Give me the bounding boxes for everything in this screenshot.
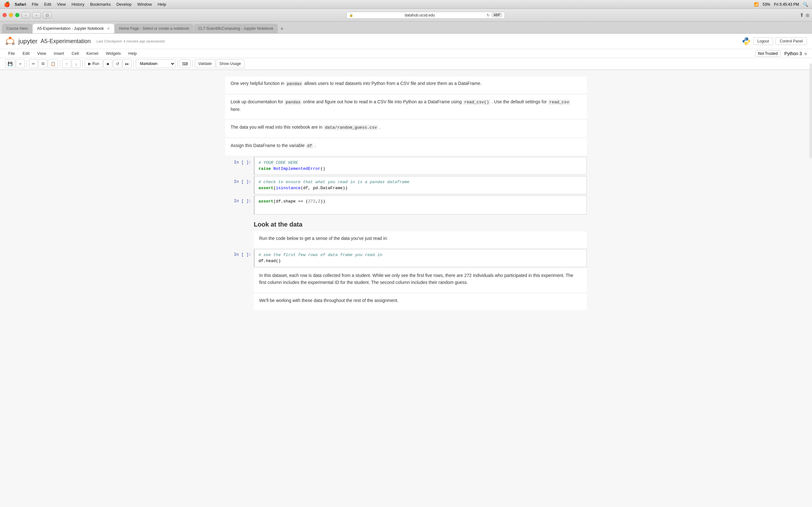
help-menu[interactable]: Help [156,1,167,7]
cell-label-3: In [ ]: [225,195,254,204]
back-button[interactable]: ‹ [21,12,30,18]
logout-button[interactable]: Logout [753,38,773,45]
jmenu-edit[interactable]: Edit [19,50,33,57]
notebook-inner: One very helpful function in pandas allo… [206,76,606,310]
safari-menu[interactable]: Safari [13,1,27,7]
notebook-title[interactable]: A5-Experimentation [41,38,91,45]
keyword: assert [258,199,273,204]
run-icon: ▶ [88,61,91,66]
macos-left-area: 🍎 Safari File Edit View History Bookmark… [4,1,167,7]
markdown-text: One very helpful function in pandas allo… [231,80,581,88]
tab-home-page[interactable]: Home Page - Select or create a notebook [114,24,194,33]
df-code: df [306,143,313,149]
markdown-cell-7-content: We'll be working with these data through… [254,293,587,310]
jmenu-insert[interactable]: Insert [50,50,67,57]
view-menu[interactable]: View [56,1,67,7]
jmenu-help[interactable]: Help [125,50,140,57]
toolbar-separator-6 [193,60,193,67]
pandas-code-2: pandas [285,100,302,105]
cell-label-4: In [ ]: [225,249,254,257]
jmenu-file[interactable]: File [5,50,18,57]
lock-icon: 🔒 [349,13,353,17]
tab-coursehero[interactable]: Course Hero [2,24,32,33]
apple-menu[interactable]: 🍎 [4,1,10,7]
markdown-cell-6: In this dataset, each row is data collec… [225,268,587,292]
paste-button[interactable]: 📋 [48,59,58,68]
markdown-text: The data you will read into this noteboo… [231,124,581,131]
toolbar-separator-3 [83,60,83,67]
validate-button[interactable]: Validate [195,59,215,68]
url-text: datahub.ucsd.edu [355,13,485,17]
jupyter-header-right: Logout Control Panel [742,37,807,46]
checkpoint-info: Last Checkpoint: 4 minutes ago (autosave… [96,39,165,43]
save-button[interactable]: 💾 [5,59,15,68]
jmenu-widgets[interactable]: Widgets [103,50,124,57]
window-menu[interactable]: Window [136,1,153,7]
jmenu-cell[interactable]: Cell [68,50,82,57]
search-icon[interactable]: 🔍 [803,2,808,7]
run-button[interactable]: ▶ Run [85,59,103,68]
restart-run-button[interactable]: ⏭ [122,59,132,68]
jupyter-menubar: File Edit View Insert Cell Kernel Widget… [0,49,812,58]
tab-cl7[interactable]: CL7-ScientificComputing - Jupyter Notebo… [194,24,278,33]
tab-a5-experimentation[interactable]: A5-Experimentation - Jupyter Notebook ✕ [33,24,114,33]
svg-point-4 [745,38,746,39]
forward-button[interactable]: › [32,12,41,18]
move-up-button[interactable]: ↑ [62,59,71,68]
notebook-scroll-area[interactable]: One very helpful function in pandas allo… [0,70,812,507]
close-button[interactable] [3,13,7,17]
kernel-info: Python 3 [784,51,807,56]
code-cell-4[interactable]: # see the first few rows of data frame y… [254,249,587,267]
sidebar-toggle[interactable]: ⊡ [43,12,52,18]
code-cell-2[interactable]: # check to ensure that what you read in … [254,176,587,194]
minimize-button[interactable] [9,13,13,17]
csv-path-code: data/random_guess.csv [323,125,378,130]
reload-button[interactable]: ↻ [487,13,490,17]
jmenu-view[interactable]: View [34,50,49,57]
code-cell-1[interactable]: # YOUR CODE HERE raise NotImplementedErr… [254,157,587,175]
code-cell-3[interactable]: assert(df.shape == (272,2)) [254,195,587,215]
history-menu[interactable]: History [70,1,85,7]
macos-right-area: 📶 53% Fri 5:45:43 PM 🔍 [754,2,808,7]
tab-close-icon[interactable]: ✕ [107,26,110,31]
copy-button[interactable]: ⧉ [38,59,47,68]
toolbar-separator-4 [134,60,134,67]
tab-overview-icon[interactable]: ⊞ [806,13,809,18]
adblock-button[interactable]: ABP [492,13,502,17]
jmenu-kernel[interactable]: Kernel [83,50,101,57]
maximize-button[interactable] [15,13,19,17]
scrollbar-thumb[interactable] [809,63,812,158]
markdown-cell-4-content: Assign this DataFrame to the variable df… [225,138,587,156]
cell-label-1: In [ ]: [225,157,254,165]
battery-status: 53% [763,2,770,7]
edit-menu[interactable]: Edit [43,1,52,7]
control-panel-button[interactable]: Control Panel [775,38,807,45]
markdown-text: We'll be working with these data through… [259,297,581,304]
keyboard-shortcut-button[interactable]: ⌨ [180,59,191,68]
new-tab-button[interactable]: + [278,25,286,33]
read-csv-code-2: read_csv [548,100,570,105]
not-trusted-button[interactable]: Not Trusted [755,50,780,57]
share-icon[interactable]: ⬆ [800,12,804,18]
keyword: assert [258,186,273,190]
bookmarks-menu[interactable]: Bookmarks [89,1,112,7]
macos-menubar: 🍎 Safari File Edit View History Bookmark… [0,0,812,9]
code-line: df.head() [258,258,583,264]
file-menu[interactable]: File [31,1,40,7]
move-down-button[interactable]: ↓ [72,59,81,68]
restart-button[interactable]: ↺ [113,59,122,68]
markdown-cell-1: One very helpful function in pandas allo… [225,76,587,94]
comment: # see the first few rows of data frame y… [258,252,382,257]
function-name: NotImplementedError [273,166,320,171]
interrupt-button[interactable]: ■ [103,59,112,68]
jupyter-app: jupyter A5-Experimentation Last Checkpoi… [0,34,812,507]
markdown-cell-6-content: In this dataset, each row is data collec… [254,268,587,292]
cut-button[interactable]: ✂ [29,59,38,68]
develop-menu[interactable]: Develop [115,1,133,7]
cell-type-select[interactable]: Markdown Code Raw NBConvert [136,59,175,68]
show-usage-button[interactable]: Show Usage [216,59,245,68]
add-cell-button[interactable]: + [16,59,25,68]
markdown-cell-4: Assign this DataFrame to the variable df… [225,138,587,156]
address-bar[interactable]: 🔒 datahub.ucsd.edu ↻ ABP [346,12,505,19]
jupyter-logo-icon [5,36,15,46]
